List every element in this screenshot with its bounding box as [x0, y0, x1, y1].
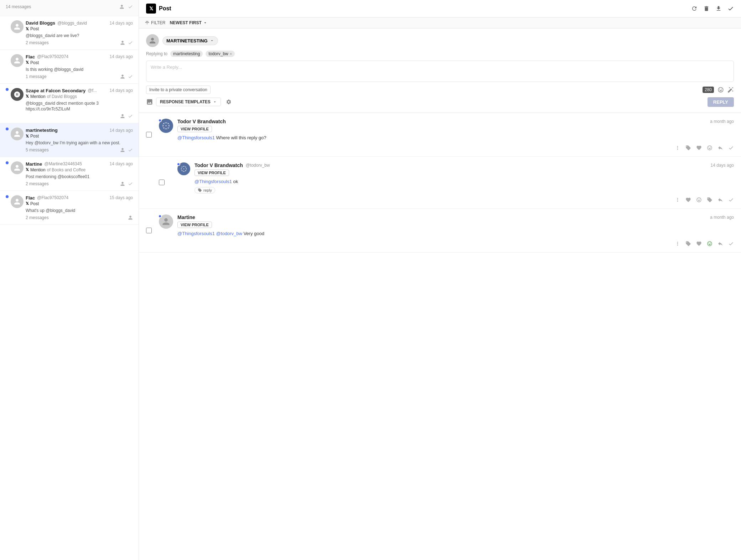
conv-time: 14 days ago — [110, 161, 133, 166]
assign-icon[interactable] — [120, 147, 125, 152]
message-checkbox[interactable] — [146, 228, 152, 233]
resolve-icon[interactable] — [128, 114, 133, 119]
resolve-icon[interactable] — [128, 40, 133, 45]
compose-header: MARTINETESTING — [146, 34, 734, 47]
conversation-item[interactable]: Flac @Flac97502074 14 days ago 𝕏 Post Is… — [0, 50, 139, 84]
unread-dot — [6, 195, 9, 198]
conversation-item[interactable]: 14 messages — [0, 0, 139, 16]
invite-private-button[interactable]: Invite to a private conversation — [146, 85, 211, 94]
emoji-react-icon[interactable] — [707, 241, 712, 247]
msg-count-top: 14 messages — [6, 4, 31, 9]
mention-link[interactable]: @Thingsforsouls1 — [195, 179, 232, 184]
more-options-icon[interactable] — [675, 197, 680, 203]
svg-point-18 — [185, 170, 186, 171]
view-profile-button[interactable]: VIEW PROFILE — [177, 222, 212, 228]
message-checkbox[interactable] — [146, 132, 152, 138]
assign-icon[interactable] — [120, 74, 125, 79]
message-body: Todor V Brandwatch a month ago VIEW PROF… — [177, 119, 734, 141]
unread-dot — [6, 88, 9, 91]
view-profile-button[interactable]: VIEW PROFILE — [177, 126, 212, 132]
tag-icon[interactable] — [685, 241, 691, 247]
conv-name: Szape at Falcon Secondary — [26, 88, 86, 93]
heart-icon[interactable] — [696, 241, 702, 247]
settings-button[interactable] — [224, 97, 234, 107]
assign-icon[interactable] — [120, 114, 125, 119]
conv-type: Post — [30, 134, 39, 139]
filter-bar: FILTER NEWEST FIRST — [139, 17, 741, 28]
conv-time: 14 days ago — [110, 21, 133, 26]
sort-label: NEWEST FIRST — [170, 20, 201, 25]
svg-point-5 — [169, 125, 170, 126]
conv-msg-count: 2 messages — [26, 40, 117, 45]
reply-button[interactable]: REPLY — [708, 97, 734, 107]
reply-action-icon[interactable] — [717, 241, 723, 247]
check-action-icon[interactable] — [728, 197, 734, 203]
assign-icon[interactable] — [128, 215, 133, 220]
heart-icon[interactable] — [685, 197, 691, 203]
tag-icon[interactable] — [685, 145, 691, 151]
reply-input[interactable]: Write a Reply... — [146, 61, 734, 82]
platform-logo: 𝕏 — [26, 94, 29, 99]
message-tag-chip[interactable]: reply — [195, 187, 215, 193]
mention-link-2[interactable]: @todorv_bw — [216, 231, 242, 236]
reply-action-icon[interactable] — [717, 145, 723, 151]
conversation-item[interactable]: Szape at Falcon Secondary @f... 14 days … — [0, 84, 139, 124]
unread-dot — [6, 161, 9, 164]
sender-name: Todor V Brandwatch — [195, 162, 243, 168]
message-body: Todor V Brandwatch @todorv_bw 14 days ag… — [195, 162, 734, 194]
platform-logo: 𝕏 — [26, 27, 29, 31]
conversation-item[interactable]: Martine @Martine32446345 14 days ago 𝕏 M… — [0, 157, 139, 191]
platform-icon-box: 𝕏 — [146, 4, 156, 14]
more-options-icon[interactable] — [675, 145, 680, 151]
svg-point-9 — [166, 125, 167, 126]
emoji-icon[interactable] — [717, 87, 724, 93]
top-bar-actions — [691, 5, 734, 12]
check-action-icon[interactable] — [728, 241, 734, 247]
avatar — [11, 54, 24, 67]
filter-label: FILTER — [151, 20, 165, 25]
resolve-icon[interactable] — [128, 181, 133, 186]
conv-name: Martine — [26, 161, 42, 167]
avatar — [11, 20, 24, 33]
resolve-icon[interactable] — [128, 147, 133, 152]
svg-point-19 — [183, 168, 185, 169]
filter-button[interactable]: FILTER — [145, 20, 165, 25]
avatar — [11, 195, 24, 208]
view-profile-button[interactable]: VIEW PROFILE — [195, 170, 229, 176]
svg-point-17 — [183, 171, 185, 172]
assign-icon[interactable] — [120, 40, 125, 45]
sort-button[interactable]: NEWEST FIRST — [170, 20, 207, 25]
conv-mention: of David Bloggs — [47, 94, 77, 99]
heart-icon[interactable] — [696, 145, 702, 151]
conversation-item[interactable]: David Bloggs @bloggs_david 14 days ago 𝕏… — [0, 16, 139, 50]
account-selector[interactable]: MARTINETESTING — [162, 36, 218, 45]
tag-icon[interactable] — [707, 197, 712, 203]
resolve-icon[interactable] — [128, 74, 133, 79]
conv-name: David Bloggs — [26, 20, 55, 26]
mention-link[interactable]: @Thingsforsouls1 — [177, 135, 215, 140]
assign-icon[interactable] — [120, 181, 125, 186]
emoji-react-icon[interactable] — [707, 145, 712, 151]
mention-link[interactable]: @Thingsforsouls1 — [177, 231, 215, 236]
refresh-icon[interactable] — [691, 5, 698, 12]
message-checkbox[interactable] — [159, 180, 165, 185]
remove-reply-tag-button[interactable]: × — [230, 52, 232, 56]
reply-action-icon[interactable] — [717, 197, 723, 203]
image-icon[interactable] — [146, 98, 153, 105]
more-options-icon[interactable] — [675, 241, 680, 247]
download-icon[interactable] — [715, 5, 722, 12]
conv-type: Mention — [30, 94, 46, 99]
response-templates-button[interactable]: RESPONSE TEMPLATES — [156, 98, 221, 106]
conversation-detail-panel: 𝕏 Post FILTER NEWEST FIRST MARTINETESTIN… — [139, 0, 741, 560]
resolve-check-icon[interactable] — [727, 5, 734, 12]
delete-icon[interactable] — [703, 5, 710, 12]
svg-point-6 — [164, 128, 165, 129]
svg-point-3 — [168, 123, 169, 124]
conv-name: Flac — [26, 54, 35, 59]
conv-handle: @bloggs_david — [57, 21, 87, 26]
magic-icon[interactable] — [727, 87, 734, 93]
emoji-react-icon[interactable] — [696, 197, 702, 203]
check-action-icon[interactable] — [728, 145, 734, 151]
conversation-item[interactable]: martinetesting 14 days ago 𝕏 Post Hey @t… — [0, 123, 139, 157]
conversation-item[interactable]: Flac @Flac97502074 15 days ago 𝕏 Post Wh… — [0, 191, 139, 225]
